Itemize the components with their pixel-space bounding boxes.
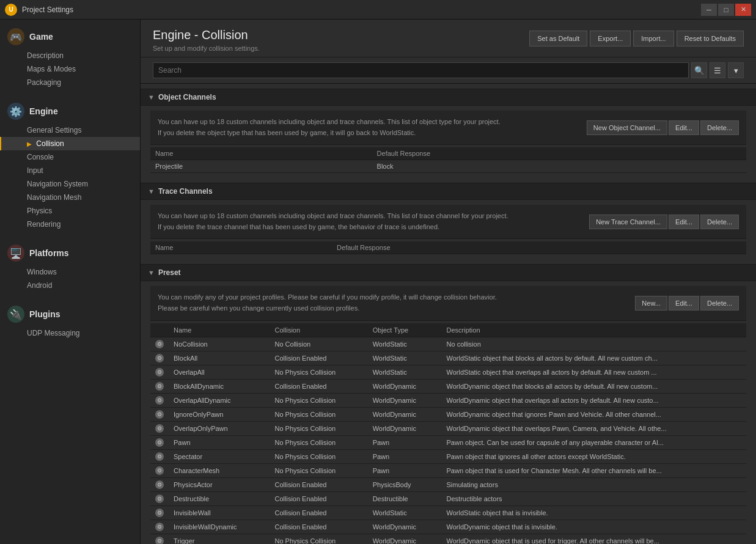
sidebar-category-plugins[interactable]: 🔌 Plugins	[0, 302, 140, 326]
title-bar-text: Project Settings	[22, 6, 701, 14]
preset-row-objecttype: WorldStatic	[368, 365, 442, 379]
sidebar-item-navigation-system[interactable]: Navigation System	[0, 177, 140, 191]
preset-info-text: You can modify any of your project profi…	[158, 292, 630, 314]
view-list-button[interactable]: ☰	[710, 62, 725, 78]
preset-row-name: InvisibleWall	[169, 505, 270, 520]
preset-table-row[interactable]: ⚙ PhysicsActor Collision Enabled Physics…	[150, 477, 746, 491]
search-button[interactable]: 🔍	[691, 62, 707, 78]
preset-row-icon: ⚙	[150, 379, 169, 393]
preset-row-name: InvisibleWallDynamic	[169, 520, 270, 534]
reset-defaults-button[interactable]: Reset to Defaults	[677, 31, 744, 46]
edit-trace-channel-button[interactable]: Edit...	[669, 215, 699, 229]
preset-row-description: WorldStatic object that overlaps all act…	[442, 365, 746, 379]
preset-table-row[interactable]: ⚙ InvisibleWallDynamic Collision Enabled…	[150, 520, 746, 534]
page-header: Engine - Collision Set up and modify col…	[141, 20, 756, 57]
preset-actions: New... Edit... Delete...	[635, 296, 739, 311]
delete-trace-channel-button[interactable]: Delete...	[700, 215, 739, 229]
preset-row-collision: No Physics Collision	[270, 421, 367, 435]
sidebar-item-rendering[interactable]: Rendering	[0, 218, 140, 231]
preset-row-objecttype: WorldStatic	[368, 337, 442, 351]
preset-table-row[interactable]: ⚙ Pawn No Physics Collision Pawn Pawn ob…	[150, 435, 746, 449]
maximize-button[interactable]: □	[718, 4, 734, 16]
export-button[interactable]: Export...	[590, 31, 631, 46]
preset-header[interactable]: ▼ Preset	[141, 264, 756, 281]
sidebar-item-general-settings[interactable]: General Settings	[0, 123, 140, 137]
preset-row-collision: Collision Enabled	[270, 520, 367, 534]
sidebar-category-platforms[interactable]: 🖥️ Platforms	[0, 241, 140, 265]
preset-table-row[interactable]: ⚙ CharacterMesh No Physics Collision Paw…	[150, 463, 746, 477]
preset-arrow: ▼	[148, 269, 155, 276]
sidebar-category-engine[interactable]: ⚙️ Engine	[0, 99, 140, 123]
trace-channels-title: Trace Channels	[158, 187, 213, 196]
preset-row-name: IgnoreOnlyPawn	[169, 407, 270, 421]
sidebar-item-console[interactable]: Console	[0, 150, 140, 164]
delete-object-channel-button[interactable]: Delete...	[700, 120, 739, 135]
preset-row-name: NoCollision	[169, 337, 270, 351]
preset-table-row[interactable]: ⚙ OverlapAll No Physics Collision WorldS…	[150, 365, 746, 379]
preset-col-objecttype: Object Type	[368, 323, 442, 337]
preset-row-icon: ⚙	[150, 365, 169, 379]
app-icon: U	[5, 4, 17, 16]
view-options-button[interactable]: ▾	[728, 62, 744, 78]
platforms-label: Platforms	[29, 248, 69, 258]
new-object-channel-button[interactable]: New Object Channel...	[587, 120, 667, 135]
new-preset-button[interactable]: New...	[635, 296, 667, 311]
preset-table-row[interactable]: ⚙ BlockAll Collision Enabled WorldStatic…	[150, 351, 746, 365]
preset-table-row[interactable]: ⚙ Trigger No Physics Collision WorldDyna…	[150, 534, 746, 544]
page-header-left: Engine - Collision Set up and modify col…	[153, 28, 260, 52]
preset-row-description: WorldDynamic object that ignores Pawn an…	[442, 407, 746, 421]
preset-row-collision: No Physics Collision	[270, 534, 367, 544]
sidebar-item-maps-modes[interactable]: Maps & Modes	[0, 62, 140, 76]
preset-table-row[interactable]: ⚙ InvisibleWall Collision Enabled WorldS…	[150, 505, 746, 520]
close-button[interactable]: ✕	[735, 4, 751, 16]
preset-row-collision: No Physics Collision	[270, 463, 367, 477]
minimize-button[interactable]: ─	[701, 4, 717, 16]
trace-col-name-header: Name	[150, 241, 332, 254]
preset-table-row[interactable]: ⚙ Spectator No Physics Collision Pawn Pa…	[150, 449, 746, 463]
platforms-icon: 🖥️	[7, 244, 24, 262]
edit-preset-button[interactable]: Edit...	[669, 296, 699, 311]
table-row[interactable]: Projectile Block	[150, 160, 746, 173]
set-default-button[interactable]: Set as Default	[529, 31, 587, 46]
preset-row-name: Trigger	[169, 534, 270, 544]
preset-row-name: Pawn	[169, 435, 270, 449]
preset-row-name: OverlapAll	[169, 365, 270, 379]
object-channels-info: You can have up to 18 custom channels in…	[150, 111, 746, 145]
edit-object-channel-button[interactable]: Edit...	[669, 120, 699, 135]
sidebar-item-input[interactable]: Input	[0, 164, 140, 177]
preset-row-objecttype: WorldDynamic	[368, 379, 442, 393]
trace-channels-actions: New Trace Channel... Edit... Delete...	[589, 215, 739, 229]
import-button[interactable]: Import...	[633, 31, 673, 46]
sidebar-item-description[interactable]: Description	[0, 49, 140, 62]
search-input[interactable]	[153, 62, 689, 78]
preset-table-row[interactable]: ⚙ NoCollision No Collision WorldStatic N…	[150, 337, 746, 351]
preset-row-description: WorldStatic object that blocks all actor…	[442, 351, 746, 365]
delete-preset-button[interactable]: Delete...	[700, 296, 739, 311]
preset-row-icon: ⚙	[150, 463, 169, 477]
preset-row-name: CharacterMesh	[169, 463, 270, 477]
object-channels-table-container: Name Default Response Projectile Block	[150, 147, 746, 173]
sidebar-item-packaging[interactable]: Packaging	[0, 76, 140, 89]
sidebar-item-windows[interactable]: Windows	[0, 265, 140, 279]
title-bar: U Project Settings ─ □ ✕	[0, 0, 756, 20]
trace-channels-content: You can have up to 18 custom channels in…	[141, 200, 756, 259]
preset-table-row[interactable]: ⚙ OverlapAllDynamic No Physics Collision…	[150, 393, 746, 407]
preset-row-icon: ⚙	[150, 505, 169, 520]
sidebar-item-navigation-mesh[interactable]: Navigation Mesh	[0, 191, 140, 204]
preset-table-row[interactable]: ⚙ IgnoreOnlyPawn No Physics Collision Wo…	[150, 407, 746, 421]
sidebar-item-android[interactable]: Android	[0, 279, 140, 292]
game-label: Game	[29, 32, 53, 42]
new-trace-channel-button[interactable]: New Trace Channel...	[589, 215, 667, 229]
object-channels-header[interactable]: ▼ Object Channels	[141, 89, 756, 106]
sidebar-item-physics[interactable]: Physics	[0, 204, 140, 218]
preset-table-row[interactable]: ⚙ OverlapOnlyPawn No Physics Collision W…	[150, 421, 746, 435]
preset-row-icon: ⚙	[150, 407, 169, 421]
sidebar-category-game[interactable]: 🎮 Game	[0, 24, 140, 49]
preset-row-collision: Collision Enabled	[270, 379, 367, 393]
game-icon: 🎮	[7, 28, 24, 45]
sidebar-item-collision[interactable]: ▶ Collision	[0, 137, 140, 150]
preset-table-row[interactable]: ⚙ Destructible Collision Enabled Destruc…	[150, 491, 746, 505]
sidebar-item-udp-messaging[interactable]: UDP Messaging	[0, 326, 140, 340]
preset-table-row[interactable]: ⚙ BlockAllDynamic Collision Enabled Worl…	[150, 379, 746, 393]
trace-channels-header[interactable]: ▼ Trace Channels	[141, 183, 756, 200]
